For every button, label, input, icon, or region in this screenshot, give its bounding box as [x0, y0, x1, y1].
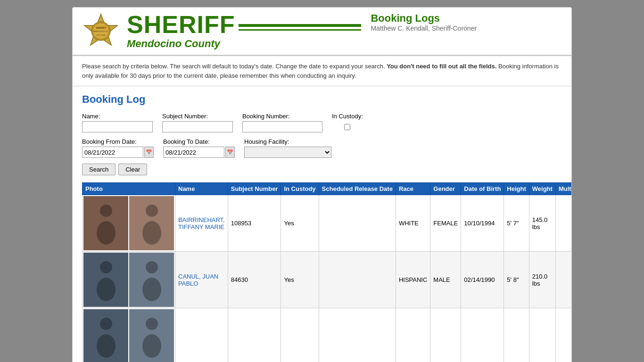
results-table: Photo Name Subject Number In Custody Sch…: [82, 182, 572, 362]
weight-cell: 210.0 lbs: [529, 252, 555, 308]
dob-cell: [461, 308, 504, 362]
custody-checkbox[interactable]: [344, 124, 350, 130]
svg-text:EST. 1850: EST. 1850: [97, 34, 106, 36]
to-date-wrapper: 📅: [163, 147, 235, 158]
svg-point-12: [146, 261, 158, 273]
custody-label: In Custody:: [332, 113, 363, 120]
photo-box: [129, 196, 174, 250]
gender-cell: MALE: [430, 252, 461, 308]
subject-number-cell: 84630: [228, 252, 281, 308]
from-date-input[interactable]: [82, 147, 143, 158]
name-label: Name:: [82, 113, 153, 120]
header-text-block: SHERIFF Mendocino County Booking Logs Ma…: [127, 12, 477, 50]
dob-cell: 10/10/1994: [461, 195, 504, 252]
svg-point-11: [97, 278, 116, 301]
race-cell: [396, 308, 430, 362]
title-lines: SHERIFF Mendocino County: [127, 12, 361, 50]
col-name: Name: [175, 183, 228, 195]
to-date-field: Booking To Date: 📅: [163, 138, 235, 158]
photo-cell: [83, 308, 175, 362]
from-date-label: Booking From Date:: [82, 138, 154, 145]
sheriff-badge: SHERIFF MENDOCINO CO. EST. 1850: [82, 12, 120, 50]
to-date-calendar-btn[interactable]: 📅: [225, 147, 235, 158]
name-link[interactable]: CANUL, JUAN PABLO: [178, 273, 218, 287]
race-cell: HISPANIC: [396, 252, 430, 308]
main-content: Booking Log Name: Subject Number: Bookin…: [73, 86, 571, 362]
in-custody-cell: Yes: [281, 252, 319, 308]
svg-point-10: [100, 261, 112, 273]
clear-button[interactable]: Clear: [118, 164, 147, 175]
sheriff-row: SHERIFF: [127, 12, 361, 37]
search-button[interactable]: Search: [82, 164, 116, 175]
col-dob: Date of Birth: [461, 183, 504, 195]
col-photo: Photo: [83, 183, 175, 195]
dob-cell: 02/14/1990: [461, 252, 504, 308]
col-custody: In Custody: [281, 183, 319, 195]
page-title: Booking Log: [82, 93, 562, 106]
to-date-input[interactable]: [163, 147, 224, 158]
photo-box: [129, 253, 174, 307]
svg-point-7: [97, 221, 116, 245]
line-thick: [239, 24, 361, 27]
svg-point-17: [142, 334, 161, 358]
to-date-label: Booking To Date:: [163, 138, 235, 145]
name-input[interactable]: [82, 121, 153, 132]
height-cell: 5' 7": [504, 195, 529, 252]
photo-box: [83, 309, 128, 362]
booking-field: Booking Number:: [242, 113, 322, 132]
in-custody-cell: [281, 308, 319, 362]
table-row: CANUL, JUAN PABLO84630YesHISPANICMALE02/…: [83, 252, 572, 308]
subject-number-cell: 108953: [228, 195, 281, 252]
svg-point-9: [142, 221, 161, 245]
booking-input[interactable]: [242, 121, 322, 132]
photo-cell: [83, 252, 175, 308]
photo-cell: [83, 195, 175, 252]
main-container: SHERIFF MENDOCINO CO. EST. 1850 SHERIFF …: [72, 7, 572, 362]
col-release: Scheduled Release Date: [319, 183, 396, 195]
scheduled-release-cell: [319, 195, 396, 252]
col-height: Height: [504, 183, 529, 195]
booking-logs-label: Booking Logs: [371, 12, 477, 25]
housing-label: Housing Facility:: [244, 138, 331, 145]
subject-label: Subject Number:: [162, 113, 233, 120]
height-cell: 5' 8": [504, 252, 529, 308]
from-date-field: Booking From Date: 📅: [82, 138, 154, 158]
weight-cell: 145.0 lbs: [529, 195, 555, 252]
custody-checkbox-row: [332, 121, 363, 132]
header-right: Booking Logs Matthew C. Kendall, Sheriff…: [371, 12, 477, 32]
header: SHERIFF MENDOCINO CO. EST. 1850 SHERIFF …: [73, 8, 571, 56]
name-cell: [175, 308, 228, 362]
multiple-bookings-cell: [555, 195, 572, 252]
housing-select[interactable]: [244, 147, 331, 158]
from-date-calendar-btn[interactable]: 📅: [144, 147, 154, 158]
col-multiple: Multiple Bookings: [555, 183, 572, 195]
sheriff-title: SHERIFF: [127, 12, 235, 37]
gender-cell: FEMALE: [430, 195, 461, 252]
county-name: Mendocino County: [127, 38, 361, 50]
weight-cell: [529, 308, 555, 362]
svg-point-16: [146, 318, 158, 330]
svg-point-8: [146, 205, 158, 217]
svg-point-6: [100, 205, 112, 217]
sheriff-name: Matthew C. Kendall, Sheriff-Coroner: [371, 25, 477, 32]
name-link[interactable]: BAIRRINEHART, TIFFANY MARIE: [178, 216, 225, 230]
svg-text:SHERIFF: SHERIFF: [96, 26, 106, 29]
col-gender: Gender: [430, 183, 461, 195]
svg-point-15: [97, 334, 116, 358]
form-row-2: Booking From Date: 📅 Booking To Date: 📅 …: [82, 138, 562, 158]
info-section: Please search by criteria below. The sea…: [73, 56, 571, 86]
photo-box: [83, 196, 128, 250]
gender-cell: [430, 308, 461, 362]
subject-field: Subject Number:: [162, 113, 233, 132]
custody-field: In Custody:: [332, 113, 363, 132]
multiple-bookings-cell: [555, 308, 572, 362]
name-cell: BAIRRINEHART, TIFFANY MARIE: [175, 195, 228, 252]
col-subject: Subject Number: [228, 183, 281, 195]
info-text-part1: Please search by criteria below. The sea…: [82, 63, 385, 70]
name-field: Name:: [82, 113, 153, 132]
table-row: BAIRRINEHART, TIFFANY MARIE108953YesWHIT…: [83, 195, 572, 252]
height-cell: [504, 308, 529, 362]
name-cell: CANUL, JUAN PABLO: [175, 252, 228, 308]
button-row: Search Clear: [82, 164, 562, 175]
subject-input[interactable]: [162, 121, 233, 132]
